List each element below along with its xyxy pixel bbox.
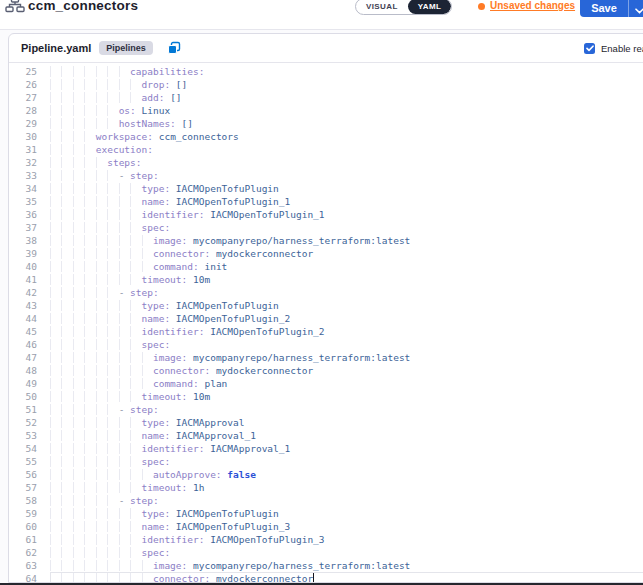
yaml-value: IACMApproval_1 [170,430,256,441]
yaml-key: spec: [142,222,171,233]
yaml-line[interactable]: 57 timeout: 1h [9,481,643,494]
yaml-line[interactable]: 31 execution: [9,143,643,156]
checkbox-checked-icon[interactable] [584,43,595,54]
line-code: spec: [50,221,170,234]
yaml-code-editor[interactable]: 25 capabilities: 26 drop: [] 27 add: [] … [9,63,643,582]
yaml-line[interactable]: 42 - step: [9,286,643,299]
line-number: 41 [9,273,37,286]
yaml-line[interactable]: 58 - step: [9,494,643,507]
yaml-line[interactable]: 39 connector: mydockerconnector [9,247,643,260]
yaml-line[interactable]: 55 spec: [9,455,643,468]
yaml-line[interactable]: 64 connector: mydockerconnector [9,572,643,582]
indent-guides [50,313,142,324]
yaml-line[interactable]: 35 name: IACMOpenTofuPlugin_1 [9,195,643,208]
yaml-line[interactable]: 56 autoApprove: false [9,468,643,481]
indent-guides [50,404,119,415]
indent-guides [50,521,142,532]
yaml-key: type: [142,417,171,428]
visual-toggle-button[interactable]: VISUAL [356,0,408,14]
line-number: 56 [9,468,37,481]
yaml-line[interactable]: 26 drop: [] [9,78,643,91]
yaml-line[interactable]: 60 name: IACMOpenTofuPlugin_3 [9,520,643,533]
yaml-dash: - [119,170,130,181]
yaml-line[interactable]: 28 os: Linux [9,104,643,117]
line-code: add: [] [50,91,182,104]
yaml-value: IACMOpenTofuPlugin_2 [170,313,290,324]
line-number: 34 [9,182,37,195]
yaml-line[interactable]: 46 spec: [9,338,643,351]
indent-guides [50,235,153,246]
line-number: 40 [9,260,37,273]
line-code: identifier: IACMApproval_1 [50,442,290,455]
yaml-key: name: [142,313,171,324]
line-number: 46 [9,338,37,351]
yaml-dash: - [119,287,130,298]
indent-guides [50,196,142,207]
yaml-line[interactable]: 32 steps: [9,156,643,169]
yaml-line[interactable]: 44 name: IACMOpenTofuPlugin_2 [9,312,643,325]
yaml-value: init [199,261,228,272]
yaml-key: step: [130,404,159,415]
indent-guides [50,92,142,103]
yaml-key: drop: [142,79,171,90]
yaml-line[interactable]: 25 capabilities: [9,65,643,78]
yaml-line[interactable]: 30 workspace: ccm_connectors [9,130,643,143]
line-code: drop: [] [50,78,187,91]
yaml-line[interactable]: 40 command: init [9,260,643,273]
yaml-key: identifier: [142,534,205,545]
line-number: 64 [9,572,37,582]
yaml-line[interactable]: 51 - step: [9,403,643,416]
indent-guides [50,469,153,480]
line-number: 32 [9,156,37,169]
yaml-line[interactable]: 27 add: [] [9,91,643,104]
yaml-key: name: [142,196,171,207]
yaml-line[interactable]: 33 - step: [9,169,643,182]
unsaved-changes-link[interactable]: Unsaved changes [490,0,575,11]
yaml-line[interactable]: 45 identifier: IACMOpenTofuPlugin_2 [9,325,643,338]
line-code: command: init [50,260,227,273]
unsaved-changes-indicator: Unsaved changes [478,0,575,11]
yaml-line[interactable]: 50 timeout: 10m [9,390,643,403]
line-code: timeout: 10m [50,390,210,403]
line-number: 27 [9,91,37,104]
yaml-line[interactable]: 34 type: IACMOpenTofuPlugin [9,182,643,195]
yaml-line[interactable]: 61 identifier: IACMOpenTofuPlugin_3 [9,533,643,546]
indent-guides [50,352,153,363]
yaml-line[interactable]: 59 type: IACMOpenTofuPlugin [9,507,643,520]
yaml-line[interactable]: 38 image: mycompanyrepo/harness_terrafor… [9,234,643,247]
yaml-line[interactable]: 43 type: IACMOpenTofuPlugin [9,299,643,312]
line-code: os: Linux [50,104,170,117]
line-code: spec: [50,546,170,559]
indent-guides [50,378,153,389]
yaml-line[interactable]: 63 image: mycompanyrepo/harness_terrafor… [9,559,643,572]
line-code: type: IACMOpenTofuPlugin [50,182,279,195]
yaml-line[interactable]: 62 spec: [9,546,643,559]
yaml-value: 10m [187,274,210,285]
enable-edit-toggle[interactable]: Enable read/ [584,43,643,54]
yaml-key: timeout: [142,391,188,402]
yaml-line[interactable]: 53 name: IACMApproval_1 [9,429,643,442]
yaml-toggle-button[interactable]: YAML [408,0,452,14]
save-options-button[interactable] [628,0,643,17]
yaml-line[interactable]: 36 identifier: IACMOpenTofuPlugin_1 [9,208,643,221]
yaml-line[interactable]: 48 connector: mydockerconnector [9,364,643,377]
yaml-line[interactable]: 29 hostNames: [] [9,117,643,130]
yaml-dash: - [119,495,130,506]
yaml-value: IACMOpenTofuPlugin [170,508,279,519]
save-button[interactable]: Save [580,0,628,17]
yaml-line[interactable]: 49 command: plan [9,377,643,390]
line-number: 38 [9,234,37,247]
yaml-line[interactable]: 41 timeout: 10m [9,273,643,286]
yaml-line[interactable]: 47 image: mycompanyrepo/harness_terrafor… [9,351,643,364]
line-code: connector: mydockerconnector [50,247,313,260]
yaml-line[interactable]: 52 type: IACMApproval [9,416,643,429]
copy-icon[interactable] [167,41,181,55]
indent-guides [50,157,107,168]
indent-guides [50,170,119,181]
yaml-key: identifier: [142,209,205,220]
yaml-line[interactable]: 37 spec: [9,221,643,234]
yaml-line[interactable]: 54 identifier: IACMApproval_1 [9,442,643,455]
yaml-key: command: [153,378,199,389]
entity-type-badge: Pipelines [99,41,153,55]
indent-guides [50,365,153,376]
